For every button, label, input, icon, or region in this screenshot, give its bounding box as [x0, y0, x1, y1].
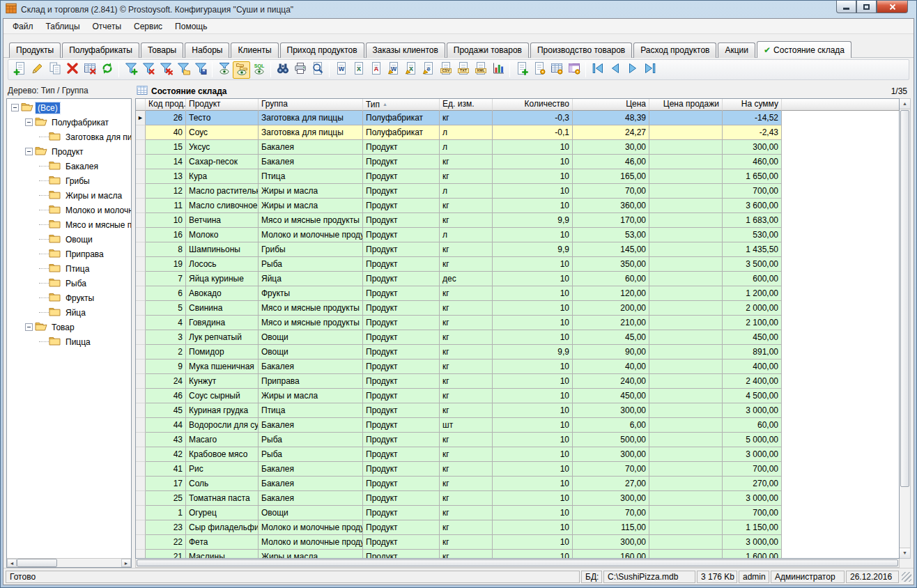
filter-save-button[interactable]	[192, 61, 209, 79]
tree-horizontal-scrollbar[interactable]: ◄ ►	[7, 558, 131, 567]
menu-item-2[interactable]: Таблицы	[40, 20, 86, 33]
tree-panel-button[interactable]	[233, 61, 250, 79]
nav-last-button[interactable]	[641, 61, 658, 79]
table-row[interactable]: 41РисБакалеяПродукткг1070,00700,00	[136, 462, 899, 477]
collapse-icon[interactable]	[25, 118, 33, 126]
export-html-button[interactable]: e	[419, 61, 437, 79]
column-header-Ед. изм.[interactable]: Ед. изм.	[440, 99, 493, 111]
table-row[interactable]: 40СоусЗаготовка для пиццыПолуфабрикатл-0…	[136, 125, 899, 140]
table-row[interactable]: 14Сахар-песокБакалеяПродукткг1046,00460,…	[136, 155, 899, 169]
print-preview-button[interactable]	[309, 61, 326, 79]
tree-scroll-thumb[interactable]	[17, 559, 57, 567]
table-row[interactable]: 23Сыр филадельфияМолоко и молочные проду…	[136, 520, 899, 535]
column-header-Код прод...[interactable]: Код прод...	[146, 99, 186, 111]
edit-record-button[interactable]	[29, 61, 46, 79]
table-row[interactable]: 42Крабовое мясоРыбаПродукткг10300,003 00…	[136, 447, 899, 462]
collapse-icon[interactable]	[25, 148, 33, 155]
tree-item-заготовка-для-пиццы[interactable]: Заготовка для пиццы	[7, 130, 131, 144]
tab-9[interactable]: Производство товаров	[530, 42, 632, 58]
menu-item-5[interactable]: Помощь	[169, 20, 213, 33]
vertical-scroll-thumb[interactable]	[900, 110, 909, 487]
table-row[interactable]: 43МасагоРыбаПродукткг10500,005 000,00	[136, 433, 899, 447]
table-row[interactable]: 1ОгурецОвощиПродукткг1070,00700,00	[136, 506, 899, 520]
view-settings-button[interactable]	[565, 61, 583, 79]
tree-item-приправа[interactable]: Приправа	[7, 247, 131, 261]
table-row[interactable]: 17СольБакалеяПродукткг1027,00270,00	[136, 477, 899, 491]
nav-prev-button[interactable]	[606, 61, 624, 79]
table-row[interactable]: 25Томатная пастаБакалеяПродукткг10300,00…	[136, 491, 899, 506]
delete-record-button[interactable]	[63, 61, 81, 79]
column-header-Тип[interactable]: Тип▲	[363, 99, 440, 111]
table-row[interactable]: 3Лук репчатыйОвощиПродукткг1045,00450,00	[136, 330, 899, 345]
filter-remove-button[interactable]	[139, 61, 157, 79]
tree-item-пицца[interactable]: Пицца	[7, 334, 131, 349]
table-row[interactable]: 4ГовядинаМясо и мясные продуктыПродукткг…	[136, 316, 899, 330]
table-row[interactable]: 2ПомидорОвощиПродукткг9,990,00891,00	[136, 345, 899, 359]
tree-item-мясо-и-мясные-продукты[interactable]: Мясо и мясные продукты	[7, 217, 131, 232]
table-row[interactable]: 15УксусБакалеяПродуктл1030,00300,00	[136, 140, 899, 155]
tree-item-молоко-и-молочные-продукты[interactable]: Молоко и молочные продукты	[7, 203, 131, 217]
tree-item-грибы[interactable]: Грибы	[7, 173, 131, 188]
find-button[interactable]	[274, 61, 291, 79]
table-settings-button[interactable]	[548, 61, 565, 79]
scroll-left-icon[interactable]: ◄	[7, 559, 17, 567]
table-row[interactable]: 44Водоросли для сушиБакалеяПродуктшт106,…	[136, 418, 899, 433]
table-row[interactable]: 16МолокоМолоко и молочные продуктыПродук…	[136, 228, 899, 242]
table-row[interactable]: 45Куриная грудкаПтицаПродукткг10300,003 …	[136, 403, 899, 418]
tab-7[interactable]: Заказы клиентов	[366, 42, 445, 58]
export-xml-button[interactable]: XML	[472, 61, 489, 79]
maximize-button[interactable]	[856, 1, 877, 13]
menu-item-4[interactable]: Сервис	[128, 20, 169, 33]
tree-item-фрукты[interactable]: Фрукты	[7, 291, 131, 305]
table-row[interactable]: 22ФетаМолоко и молочные продуктыПродуктк…	[136, 535, 899, 550]
filter-visibility-button[interactable]	[215, 61, 233, 79]
horizontal-scroll-thumb[interactable]	[137, 559, 898, 566]
menu-item-3[interactable]: Отчеты	[86, 20, 128, 33]
collapse-icon[interactable]	[11, 104, 19, 111]
table-row[interactable]: 6АвокадоФруктыПродукткг10120,001 200,00	[136, 286, 899, 301]
tree-item-полуфабрикат[interactable]: Полуфабрикат	[7, 115, 131, 130]
scroll-right-icon[interactable]: ►	[121, 559, 131, 567]
table-row[interactable]: 5СвининаМясо и мясные продуктыПродукткг1…	[136, 301, 899, 316]
collapse-icon[interactable]	[25, 323, 33, 331]
export-pdf-button[interactable]: A	[367, 61, 385, 79]
delete-filtered-records-button[interactable]	[81, 61, 98, 79]
tree-item-яйца[interactable]: Яйца	[7, 305, 131, 320]
table-row[interactable]: 8ШампиньоныГрибыПродукткг9,9145,001 435,…	[136, 242, 899, 257]
column-header-Цена[interactable]: Цена	[573, 99, 649, 111]
column-header-На сумму[interactable]: На сумму	[723, 99, 782, 111]
form-settings-button[interactable]	[530, 61, 548, 79]
export-word-button[interactable]: W	[332, 61, 350, 79]
column-header-Группа[interactable]: Группа	[259, 99, 363, 111]
tab-4[interactable]: Наборы	[185, 42, 229, 58]
tab-10[interactable]: Расход продуктов	[633, 42, 716, 58]
tree-item-товар[interactable]: Товар	[7, 320, 131, 334]
minimize-button[interactable]	[836, 1, 856, 13]
export-csv-button[interactable]: CSV	[437, 61, 454, 79]
column-header-Количество[interactable]: Количество	[493, 99, 573, 111]
export-excel-button[interactable]: X	[350, 61, 367, 79]
table-row[interactable]: 12Масло растительноеЖиры и маслаПродуктл…	[136, 184, 899, 199]
chart-button[interactable]	[489, 61, 507, 79]
tab-8[interactable]: Продажи товаров	[447, 42, 529, 58]
open-in-word-button[interactable]: W	[385, 61, 402, 79]
table-row[interactable]: 19ЛососьРыбаПродукткг10350,003 500,00	[136, 257, 899, 272]
tree-item-жиры-и-масла[interactable]: Жиры и масла	[7, 188, 131, 203]
column-header-Продукт[interactable]: Продукт	[186, 99, 259, 111]
tree-item-продукт[interactable]: Продукт	[7, 144, 131, 159]
print-button[interactable]	[291, 61, 309, 79]
tree-item-бакалея[interactable]: Бакалея	[7, 159, 131, 173]
tab-11[interactable]: Акции	[718, 42, 755, 58]
tab-6[interactable]: Приход продуктов	[280, 42, 364, 58]
scroll-down-icon[interactable]: ▼	[900, 548, 910, 558]
nav-first-button[interactable]	[589, 61, 606, 79]
new-record-form-button[interactable]	[513, 61, 530, 79]
close-button[interactable]	[877, 1, 908, 13]
sql-query-button[interactable]: SQL	[250, 61, 268, 79]
copy-record-button[interactable]	[46, 61, 63, 79]
tab-5[interactable]: Клиенты	[231, 42, 278, 58]
tab-2[interactable]: Полуфабрикаты	[62, 42, 139, 58]
table-row[interactable]: 21МаслиныЖиры и маслаПродукткг10160,001 …	[136, 550, 899, 558]
tab-3[interactable]: Товары	[141, 42, 183, 58]
filter-add-button[interactable]	[122, 61, 139, 79]
